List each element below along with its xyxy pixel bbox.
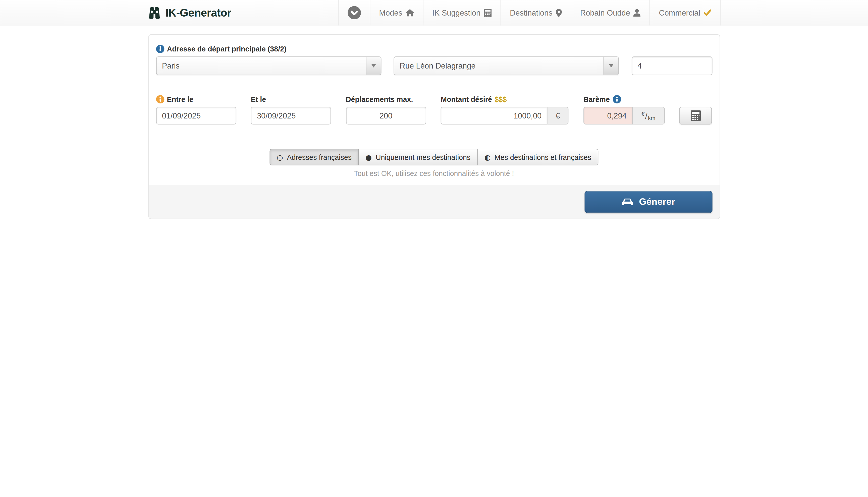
desired-amount-input[interactable] bbox=[441, 107, 547, 125]
euro-per-km-addon: €/km bbox=[633, 107, 665, 125]
check-icon bbox=[703, 9, 711, 16]
helper-text: Tout est OK, utilisez ces fonctionnalité… bbox=[156, 169, 712, 178]
binoculars-logo-icon bbox=[147, 6, 162, 19]
euro-unit-addon: € bbox=[547, 107, 569, 125]
nav-menu: Modes IK Suggestion bbox=[338, 0, 721, 25]
address-scope-group: ○ Adresses françaises ● Uniquement mes d… bbox=[156, 149, 712, 166]
circle-half-icon: ◐ bbox=[484, 154, 490, 161]
calculator-icon bbox=[484, 9, 491, 17]
circle-filled-icon: ● bbox=[365, 154, 372, 161]
nav-item-destinations[interactable]: Destinations bbox=[500, 0, 571, 25]
nav-item-collapse[interactable] bbox=[338, 0, 370, 25]
nav-item-modes[interactable]: Modes bbox=[370, 0, 423, 25]
info-icon[interactable] bbox=[156, 45, 164, 53]
map-marker-icon bbox=[556, 9, 562, 17]
date-to-input[interactable] bbox=[251, 107, 331, 125]
date-from-label: Entre le bbox=[156, 95, 236, 103]
option-my-and-french[interactable]: ◐ Mes destinations et françaises bbox=[478, 149, 599, 166]
car-icon bbox=[621, 197, 634, 207]
generator-form-panel: Adresse de départ principale (38/2) Pari… bbox=[148, 34, 720, 219]
dollar-signs: $$$ bbox=[495, 95, 507, 103]
circle-outline-icon: ○ bbox=[277, 154, 283, 161]
nav-item-user[interactable]: Robain Oudde bbox=[571, 0, 649, 25]
nav-item-ik-suggestion[interactable]: IK Suggestion bbox=[423, 0, 500, 25]
chevron-down-icon bbox=[366, 57, 381, 75]
chevron-down-circle-icon bbox=[348, 6, 361, 19]
user-icon bbox=[633, 9, 641, 17]
rate-input[interactable] bbox=[584, 107, 633, 125]
brand[interactable]: IK-Generator bbox=[147, 0, 231, 25]
max-trips-label: Déplacements max. bbox=[346, 95, 426, 103]
departure-address-label: Adresse de départ principale (38/2) bbox=[156, 45, 712, 53]
calculator-button[interactable] bbox=[680, 107, 712, 125]
home-icon bbox=[406, 9, 414, 17]
calculator-icon bbox=[691, 110, 701, 121]
street-select[interactable]: Rue Léon Delagrange bbox=[394, 56, 619, 75]
generate-button[interactable]: Génerer bbox=[584, 191, 712, 213]
desired-amount-label: Montant désiré $$$ bbox=[441, 95, 569, 103]
street-number-input[interactable] bbox=[631, 56, 712, 75]
brand-title: IK-Generator bbox=[166, 6, 231, 19]
nav-item-commercial[interactable]: Commercial bbox=[649, 0, 721, 25]
info-icon-orange[interactable] bbox=[156, 95, 164, 103]
date-from-input[interactable] bbox=[156, 107, 236, 125]
option-my-destinations[interactable]: ● Uniquement mes destinations bbox=[359, 149, 478, 166]
page: IK-Generator Modes bbox=[0, 0, 868, 225]
city-select[interactable]: Paris bbox=[156, 56, 381, 75]
info-icon[interactable] bbox=[613, 95, 621, 103]
date-to-label: Et le bbox=[251, 95, 331, 103]
chevron-down-icon bbox=[603, 57, 618, 75]
option-french-addresses[interactable]: ○ Adresses françaises bbox=[269, 149, 359, 166]
navbar: IK-Generator Modes bbox=[0, 0, 868, 25]
form-footer: Génerer bbox=[149, 185, 719, 218]
max-trips-input[interactable] bbox=[346, 107, 426, 125]
rate-label: Barème bbox=[584, 95, 665, 103]
